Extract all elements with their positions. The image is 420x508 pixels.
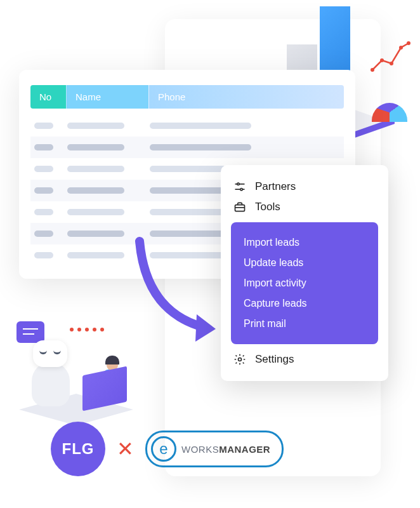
toolbox-icon: [233, 201, 246, 213]
submenu-import-leads[interactable]: Import leads: [244, 232, 365, 253]
robot-body: [32, 362, 70, 406]
flg-logo: FLG: [51, 422, 105, 476]
gear-icon: [233, 353, 246, 366]
svg-point-6: [407, 41, 410, 45]
tools-menu-panel: Partners Tools Import leads Update leads…: [221, 165, 388, 381]
svg-point-4: [390, 62, 393, 65]
menu-item-partners[interactable]: Partners: [231, 177, 378, 197]
svg-point-2: [371, 68, 374, 72]
loading-dots-icon: [70, 328, 104, 331]
table-row[interactable]: [30, 137, 344, 158]
svg-point-3: [380, 58, 384, 62]
submenu-print-mail[interactable]: Print mail: [244, 314, 365, 334]
partnership-logos: FLG ✕ e WORKSMANAGER: [51, 422, 284, 476]
eworks-e-icon: e: [151, 436, 176, 462]
x-separator-icon: ✕: [117, 437, 134, 461]
submenu-capture-leads[interactable]: Capture leads: [244, 293, 365, 314]
table-row[interactable]: [30, 115, 344, 137]
speech-bubble-icon: [16, 321, 44, 343]
menu-label: Tools: [255, 201, 280, 213]
svg-point-11: [240, 189, 242, 190]
table-header-row: No Name Phone: [30, 85, 344, 109]
submenu-import-activity[interactable]: Import activity: [244, 273, 365, 293]
column-header-name: Name: [66, 85, 148, 109]
robot-head: [33, 340, 67, 367]
tools-submenu: Import leads Update leads Import activit…: [231, 222, 378, 344]
menu-item-tools[interactable]: Tools: [231, 197, 378, 217]
column-header-no: No: [30, 85, 66, 109]
submenu-update-leads[interactable]: Update leads: [244, 253, 365, 273]
column-header-phone: Phone: [148, 85, 344, 109]
automation-illustration: [13, 311, 159, 425]
line-graph-icon: [369, 38, 414, 76]
menu-label: Partners: [255, 180, 296, 193]
svg-point-5: [399, 46, 403, 50]
sliders-icon: [233, 180, 246, 193]
svg-point-9: [237, 183, 239, 185]
menu-label: Settings: [255, 353, 294, 366]
eworks-manager-logo: e WORKSMANAGER: [145, 431, 284, 467]
person-hair: [105, 356, 119, 364]
svg-point-14: [239, 358, 242, 361]
svg-marker-7: [195, 314, 216, 342]
eworks-wordmark: WORKSMANAGER: [181, 444, 270, 455]
menu-item-settings[interactable]: Settings: [231, 349, 378, 370]
